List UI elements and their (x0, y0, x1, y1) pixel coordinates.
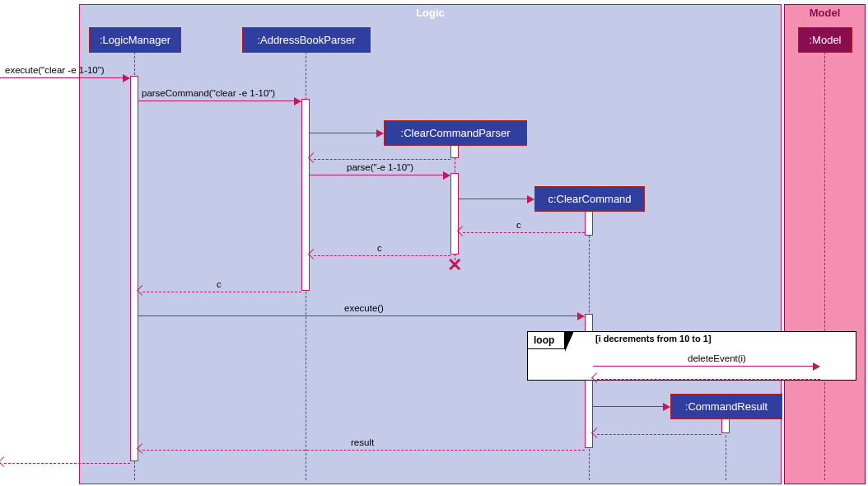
activation-cc1 (585, 211, 593, 236)
msg-create-cc (459, 190, 534, 200)
msg-return-c2: c (310, 247, 450, 257)
frame-logic-title: Logic (404, 4, 456, 21)
msg-return-delete (593, 371, 820, 381)
msg-delete-event: deleteEvent(i) (593, 357, 820, 367)
msg-parse: parse("-e 1-10") (310, 166, 450, 176)
msg-result: result (138, 442, 585, 451)
lifeline-dash-model (824, 52, 825, 480)
activation-abp (301, 99, 310, 291)
loop-tab: loop (527, 331, 565, 349)
msg-execute2: execute() (138, 307, 585, 317)
lifeline-model: :Model (798, 27, 852, 53)
destroy-icon: ✕ (447, 255, 462, 276)
lifeline-logic-manager: :LogicManager (89, 27, 181, 53)
activation-lm (130, 76, 138, 461)
msg-create-cr (593, 398, 670, 408)
activation-cr (721, 418, 730, 433)
msg-create-ccp (310, 124, 384, 134)
loop-guard: [i decrements from 10 to 1] (595, 334, 712, 343)
msg-parse-command: parseCommand("clear -e 1-10") (138, 92, 301, 102)
msg-return-c3: c (138, 283, 301, 293)
lifeline-clear-command: c:ClearCommand (534, 186, 645, 212)
msg-return-c1: c (459, 224, 585, 234)
lifeline-command-result: :CommandResult (670, 394, 782, 419)
lifeline-address-book-parser: :AddressBookParser (242, 27, 371, 53)
msg-execute-in: execute("clear -e 1-10") (0, 69, 130, 79)
msg-return-create-ccp (310, 151, 450, 161)
msg-return-cr (593, 426, 721, 436)
msg-return-out (0, 455, 130, 465)
activation-ccp (450, 173, 459, 255)
frame-model-title: Model (785, 4, 865, 21)
activation-ccp0 (450, 145, 459, 158)
lifeline-clear-command-parser: :ClearCommandParser (384, 120, 527, 146)
